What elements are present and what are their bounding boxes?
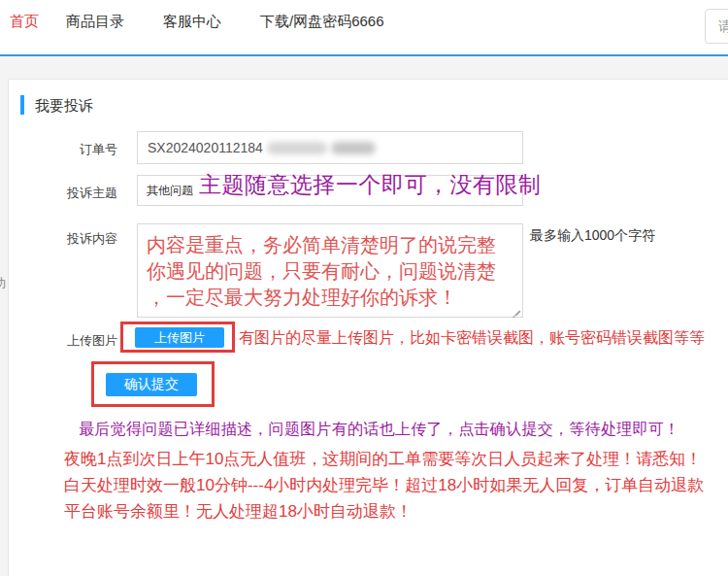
subject-annotation: 主题随意选择一个即可，没有限制 xyxy=(199,170,542,200)
complaint-card: 我要投诉 订单号 SX2024020112184 投诉主题 其他问题 主题随意选… xyxy=(8,79,728,576)
page: 首页 商品目录 客服中心 下载/网盘密码6666 请 功 我要投诉 订单号 SX… xyxy=(0,0,728,576)
confirm-submit-button[interactable]: 确认提交 xyxy=(106,373,197,396)
search-input[interactable]: 请 xyxy=(705,9,728,44)
redacted-blur xyxy=(331,142,376,154)
service-hours-line: 白天处理时效一般10分钟---4小时内处理完毕！超过18小时如果无人回复，订单自… xyxy=(64,472,705,498)
content-textarea[interactable]: 内容是重点，务必简单清楚明了的说完整你遇见的问题，只要有耐心，问题说清楚，一定尽… xyxy=(137,223,523,318)
nav-item-download[interactable]: 下载/网盘密码6666 xyxy=(260,13,384,31)
section-accent-bar xyxy=(20,95,24,115)
content-label: 投诉内容 xyxy=(9,230,117,248)
side-widget-fragment[interactable]: 功 xyxy=(0,275,6,292)
nav-item-home[interactable]: 首页 xyxy=(10,13,39,31)
redacted-blur xyxy=(267,142,327,154)
upload-label: 上传图片 xyxy=(9,332,117,350)
nav-item-service[interactable]: 客服中心 xyxy=(163,13,221,31)
final-instruction-note: 最后觉得问题已详细描述，问题图片有的话也上传了，点击确认提交，等待处理即可！ xyxy=(79,420,679,440)
service-hours-line: 平台账号余额里！无人处理超18小时自动退款！ xyxy=(64,498,705,525)
order-input[interactable]: SX2024020112184 xyxy=(137,131,523,164)
char-limit-hint: 最多输入1000个字符 xyxy=(530,227,655,245)
upload-image-button[interactable]: 上传图片 xyxy=(135,327,224,348)
page-title: 我要投诉 xyxy=(35,97,93,116)
subject-label: 投诉主题 xyxy=(9,185,117,202)
resize-handle-icon[interactable] xyxy=(512,306,521,316)
top-navbar: 首页 商品目录 客服中心 下载/网盘密码6666 请 xyxy=(0,0,728,54)
upload-annotation: 有图片的尽量上传图片，比如卡密错误截图，账号密码错误截图等等 xyxy=(239,328,705,349)
order-value: SX2024020112184 xyxy=(148,140,263,155)
nav-item-catalog[interactable]: 商品目录 xyxy=(66,13,124,31)
service-hours-line: 夜晚1点到次日上午10点无人值班，这期间的工单需要等次日人员起来了处理！请悉知！ xyxy=(64,446,705,472)
order-label: 订单号 xyxy=(9,141,117,158)
service-hours-note: 夜晚1点到次日上午10点无人值班，这期间的工单需要等次日人员起来了处理！请悉知！… xyxy=(64,446,705,525)
